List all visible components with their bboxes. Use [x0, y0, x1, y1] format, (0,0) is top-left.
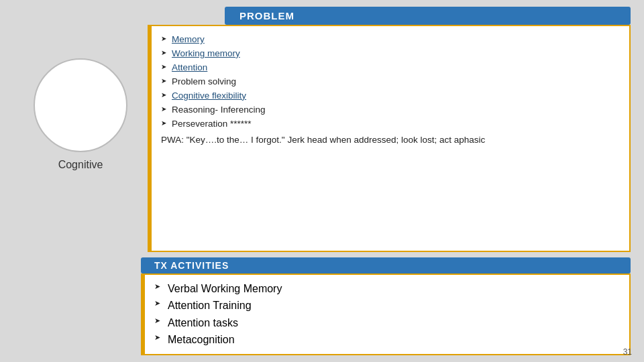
top-right: PROBLEM	[144, 7, 631, 25]
cognitive-circle	[34, 58, 127, 152]
problem-item-memory: Memory	[172, 34, 205, 44]
list-item: Metacognition	[154, 331, 620, 349]
tx-badge: TX ACTIVITIES	[141, 257, 631, 274]
problem-box: Memory Working memory Attention Problem …	[148, 25, 631, 252]
pwa-text: PWA: "Key….to the… I forgot." Jerk head …	[161, 133, 620, 147]
cognitive-label: Cognitive	[58, 159, 103, 171]
list-item: Perseveration ******	[161, 117, 620, 131]
list-item: Attention tasks	[154, 314, 620, 332]
list-item: Working memory	[161, 47, 620, 61]
page-number: 31	[623, 347, 632, 357]
problem-item-cognitive-flex: Cognitive flexibility	[172, 90, 246, 101]
tx-item-3: Attention tasks	[168, 317, 238, 328]
tx-section: TX ACTIVITIES Verbal Working Memory Atte…	[13, 257, 631, 355]
tx-item-4: Metacognition	[168, 334, 235, 345]
list-item: Problem solving	[161, 75, 620, 89]
tx-item-2: Attention Training	[168, 300, 252, 311]
main-area: Cognitive Memory Working memory Attentio…	[13, 25, 631, 252]
problem-item-reasoning: Reasoning- Inferencing	[172, 105, 266, 115]
left-side: Cognitive	[13, 25, 148, 252]
list-item: Attention	[161, 61, 620, 75]
problem-list: Memory Working memory Attention Problem …	[161, 33, 620, 131]
problem-item-problem-solving: Problem solving	[172, 76, 236, 86]
problem-item-attention: Attention	[172, 62, 207, 72]
list-item: Attention Training	[154, 297, 620, 314]
problem-badge: PROBLEM	[225, 7, 631, 25]
tx-box: Verbal Working Memory Attention Training…	[141, 274, 631, 355]
tx-list: Verbal Working Memory Attention Training…	[154, 280, 620, 349]
right-side: Memory Working memory Attention Problem …	[148, 25, 631, 252]
tx-item-1: Verbal Working Memory	[168, 283, 282, 294]
page-container: PROBLEM Cognitive Memory Working memory …	[0, 0, 644, 362]
list-item: Verbal Working Memory	[154, 280, 620, 298]
top-row: PROBLEM	[13, 7, 631, 25]
top-left-space	[13, 7, 144, 25]
list-item: Cognitive flexibility	[161, 89, 620, 103]
list-item: Memory	[161, 33, 620, 47]
problem-item-working-memory: Working memory	[172, 48, 240, 58]
list-item: Reasoning- Inferencing	[161, 103, 620, 117]
problem-item-perseveration: Perseveration ******	[172, 119, 252, 129]
tx-content: TX ACTIVITIES Verbal Working Memory Atte…	[141, 257, 631, 355]
